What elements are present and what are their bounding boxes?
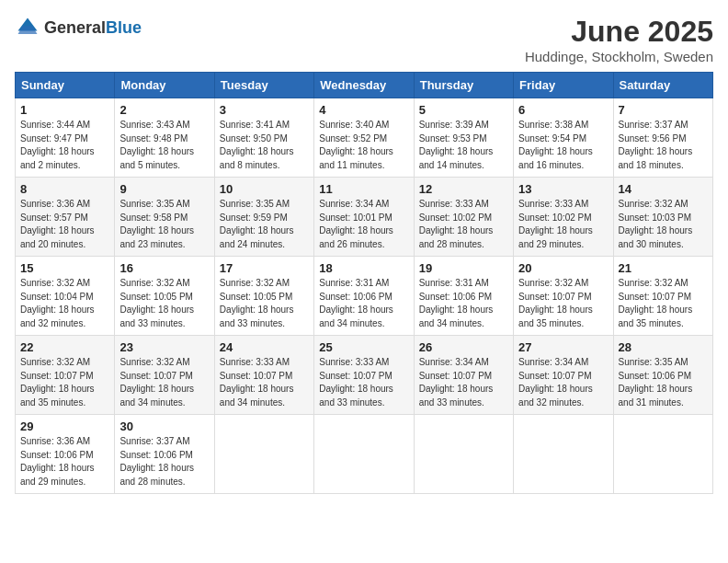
day-info: Sunrise: 3:44 AM Sunset: 9:47 PM Dayligh… <box>20 119 109 172</box>
day-info: Sunrise: 3:34 AM Sunset: 10:07 PM Daylig… <box>419 356 508 409</box>
calendar-week-row: 1 Sunrise: 3:44 AM Sunset: 9:47 PM Dayli… <box>16 98 713 178</box>
day-info: Sunrise: 3:35 AM Sunset: 9:59 PM Dayligh… <box>220 198 309 251</box>
title-area: June 2025 Huddinge, Stockholm, Sweden <box>525 15 713 64</box>
header-saturday: Saturday <box>613 73 712 98</box>
day-info: Sunrise: 3:41 AM Sunset: 9:50 PM Dayligh… <box>220 119 309 172</box>
day-info: Sunrise: 3:36 AM Sunset: 9:57 PM Dayligh… <box>20 198 109 251</box>
day-info: Sunrise: 3:43 AM Sunset: 9:48 PM Dayligh… <box>119 119 209 172</box>
table-row: 15 Sunrise: 3:32 AM Sunset: 10:04 PM Day… <box>16 257 115 336</box>
table-row <box>414 415 513 494</box>
day-number: 4 <box>319 103 408 117</box>
table-row: 5 Sunrise: 3:39 AM Sunset: 9:53 PM Dayli… <box>414 98 513 178</box>
table-row <box>514 415 613 494</box>
logo-text-general: General <box>44 18 106 37</box>
day-number: 11 <box>319 182 408 196</box>
day-info: Sunrise: 3:34 AM Sunset: 10:07 PM Daylig… <box>518 356 608 409</box>
table-row: 12 Sunrise: 3:33 AM Sunset: 10:02 PM Day… <box>414 178 513 257</box>
table-row: 21 Sunrise: 3:32 AM Sunset: 10:07 PM Day… <box>613 257 712 336</box>
table-row: 9 Sunrise: 3:35 AM Sunset: 9:58 PM Dayli… <box>115 178 214 257</box>
day-number: 10 <box>220 182 309 196</box>
day-info: Sunrise: 3:32 AM Sunset: 10:07 PM Daylig… <box>20 356 109 409</box>
day-info: Sunrise: 3:36 AM Sunset: 10:06 PM Daylig… <box>20 435 109 488</box>
day-number: 18 <box>319 261 408 275</box>
table-row: 30 Sunrise: 3:37 AM Sunset: 10:06 PM Day… <box>115 415 214 494</box>
day-info: Sunrise: 3:40 AM Sunset: 9:52 PM Dayligh… <box>319 119 408 172</box>
day-number: 23 <box>119 340 209 354</box>
table-row: 26 Sunrise: 3:34 AM Sunset: 10:07 PM Day… <box>414 336 513 415</box>
table-row: 18 Sunrise: 3:31 AM Sunset: 10:06 PM Day… <box>314 257 414 336</box>
day-info: Sunrise: 3:31 AM Sunset: 10:06 PM Daylig… <box>419 277 508 330</box>
table-row: 17 Sunrise: 3:32 AM Sunset: 10:05 PM Day… <box>214 257 313 336</box>
day-number: 25 <box>319 340 408 354</box>
logo: GeneralBlue <box>15 15 142 40</box>
table-row: 24 Sunrise: 3:33 AM Sunset: 10:07 PM Day… <box>214 336 313 415</box>
day-number: 15 <box>20 261 109 275</box>
day-number: 26 <box>419 340 508 354</box>
header-thursday: Thursday <box>414 73 513 98</box>
table-row: 7 Sunrise: 3:37 AM Sunset: 9:56 PM Dayli… <box>613 98 712 178</box>
day-number: 20 <box>518 261 608 275</box>
day-info: Sunrise: 3:33 AM Sunset: 10:07 PM Daylig… <box>220 356 309 409</box>
table-row: 2 Sunrise: 3:43 AM Sunset: 9:48 PM Dayli… <box>115 98 214 178</box>
day-number: 6 <box>518 103 608 117</box>
table-row: 23 Sunrise: 3:32 AM Sunset: 10:07 PM Day… <box>115 336 214 415</box>
table-row <box>314 415 414 494</box>
page-header: GeneralBlue June 2025 Huddinge, Stockhol… <box>15 15 713 64</box>
table-row: 4 Sunrise: 3:40 AM Sunset: 9:52 PM Dayli… <box>314 98 414 178</box>
header-wednesday: Wednesday <box>314 73 414 98</box>
header-monday: Monday <box>115 73 214 98</box>
day-info: Sunrise: 3:32 AM Sunset: 10:07 PM Daylig… <box>518 277 608 330</box>
table-row: 11 Sunrise: 3:34 AM Sunset: 10:01 PM Day… <box>314 178 414 257</box>
day-info: Sunrise: 3:37 AM Sunset: 9:56 PM Dayligh… <box>619 119 708 172</box>
table-row: 27 Sunrise: 3:34 AM Sunset: 10:07 PM Day… <box>514 336 613 415</box>
day-info: Sunrise: 3:35 AM Sunset: 10:06 PM Daylig… <box>619 356 708 409</box>
table-row: 10 Sunrise: 3:35 AM Sunset: 9:59 PM Dayl… <box>214 178 313 257</box>
logo-text-blue: Blue <box>106 18 142 37</box>
day-number: 2 <box>119 103 209 117</box>
table-row: 6 Sunrise: 3:38 AM Sunset: 9:54 PM Dayli… <box>514 98 613 178</box>
table-row <box>214 415 313 494</box>
day-number: 30 <box>119 419 209 433</box>
table-row: 13 Sunrise: 3:33 AM Sunset: 10:02 PM Day… <box>514 178 613 257</box>
day-number: 17 <box>220 261 309 275</box>
day-number: 22 <box>20 340 109 354</box>
day-info: Sunrise: 3:32 AM Sunset: 10:07 PM Daylig… <box>119 356 209 409</box>
calendar-week-row: 29 Sunrise: 3:36 AM Sunset: 10:06 PM Day… <box>16 415 713 494</box>
day-info: Sunrise: 3:32 AM Sunset: 10:07 PM Daylig… <box>619 277 708 330</box>
table-row: 14 Sunrise: 3:32 AM Sunset: 10:03 PM Day… <box>613 178 712 257</box>
header-friday: Friday <box>514 73 613 98</box>
table-row <box>613 415 712 494</box>
logo-icon <box>15 15 40 40</box>
day-info: Sunrise: 3:32 AM Sunset: 10:03 PM Daylig… <box>619 198 708 251</box>
table-row: 1 Sunrise: 3:44 AM Sunset: 9:47 PM Dayli… <box>16 98 115 178</box>
month-title: June 2025 <box>525 15 713 49</box>
day-info: Sunrise: 3:32 AM Sunset: 10:05 PM Daylig… <box>220 277 309 330</box>
header-sunday: Sunday <box>16 73 115 98</box>
table-row: 19 Sunrise: 3:31 AM Sunset: 10:06 PM Day… <box>414 257 513 336</box>
table-row: 3 Sunrise: 3:41 AM Sunset: 9:50 PM Dayli… <box>214 98 313 178</box>
day-number: 1 <box>20 103 109 117</box>
day-number: 24 <box>220 340 309 354</box>
day-number: 21 <box>619 261 708 275</box>
table-row: 16 Sunrise: 3:32 AM Sunset: 10:05 PM Day… <box>115 257 214 336</box>
table-row: 29 Sunrise: 3:36 AM Sunset: 10:06 PM Day… <box>16 415 115 494</box>
calendar-week-row: 8 Sunrise: 3:36 AM Sunset: 9:57 PM Dayli… <box>16 178 713 257</box>
table-row: 22 Sunrise: 3:32 AM Sunset: 10:07 PM Day… <box>16 336 115 415</box>
calendar-header-row: Sunday Monday Tuesday Wednesday Thursday… <box>16 73 713 98</box>
day-number: 28 <box>619 340 708 354</box>
day-number: 8 <box>20 182 109 196</box>
day-number: 29 <box>20 419 109 433</box>
day-info: Sunrise: 3:33 AM Sunset: 10:02 PM Daylig… <box>419 198 508 251</box>
day-info: Sunrise: 3:35 AM Sunset: 9:58 PM Dayligh… <box>119 198 209 251</box>
day-number: 5 <box>419 103 508 117</box>
day-number: 12 <box>419 182 508 196</box>
header-tuesday: Tuesday <box>214 73 313 98</box>
calendar-table: Sunday Monday Tuesday Wednesday Thursday… <box>15 72 713 494</box>
day-number: 7 <box>619 103 708 117</box>
table-row: 25 Sunrise: 3:33 AM Sunset: 10:07 PM Day… <box>314 336 414 415</box>
day-info: Sunrise: 3:37 AM Sunset: 10:06 PM Daylig… <box>119 435 209 488</box>
day-number: 13 <box>518 182 608 196</box>
day-info: Sunrise: 3:32 AM Sunset: 10:05 PM Daylig… <box>119 277 209 330</box>
table-row: 8 Sunrise: 3:36 AM Sunset: 9:57 PM Dayli… <box>16 178 115 257</box>
calendar-week-row: 22 Sunrise: 3:32 AM Sunset: 10:07 PM Day… <box>16 336 713 415</box>
